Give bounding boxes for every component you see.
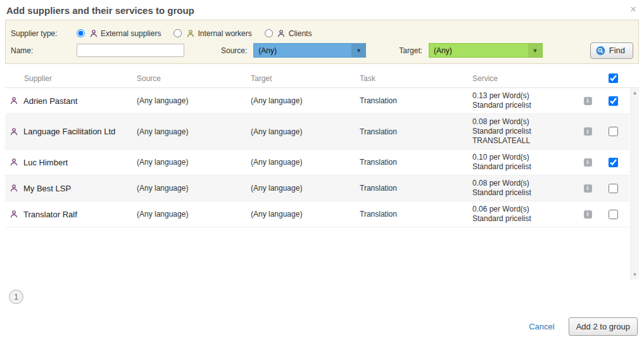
scroll-up-icon[interactable]: ▲ (633, 88, 638, 98)
supplier-type-label: Supplier type: (11, 29, 77, 38)
name-input[interactable] (77, 44, 184, 57)
select-all-checkbox[interactable] (609, 73, 618, 83)
task-cell: Translation (356, 210, 469, 219)
row-checkbox[interactable] (609, 158, 618, 167)
person-icon (9, 158, 18, 167)
dialog-header: Add suppliers and their services to grou… (0, 0, 644, 18)
radio-label: Internal workers (198, 29, 251, 38)
target-cell: (Any language) (247, 96, 356, 105)
source-cell: (Any language) (133, 158, 247, 167)
source-select[interactable]: (Any) ▼ (253, 43, 366, 58)
search-icon (596, 46, 605, 55)
person-icon (9, 184, 18, 193)
service-cell: 0.08 per Word(s) Standard pricelist (469, 175, 578, 201)
page-title: Add suppliers and their services to grou… (6, 5, 194, 16)
supplier-name: Adrien Pastant (23, 96, 77, 106)
target-cell: (Any language) (247, 127, 356, 136)
dialog-footer: Cancel Add 2 to group (529, 317, 638, 336)
supplier-name: Translator Ralf (23, 210, 77, 219)
service-cell: 0.10 per Word(s) Standard pricelist (469, 150, 578, 175)
task-cell: Translation (356, 184, 469, 193)
target-label: Target: (399, 46, 422, 55)
table-row[interactable]: My Best LSP (Any language) (Any language… (5, 175, 629, 201)
task-cell: Translation (356, 158, 469, 167)
external-suppliers-radio[interactable] (77, 29, 85, 37)
radio-internal-workers[interactable]: Internal workers (174, 29, 251, 38)
cancel-button[interactable]: Cancel (529, 322, 554, 331)
source-label: Source: (221, 46, 247, 55)
page-button-1[interactable]: 1 (9, 290, 23, 304)
info-icon[interactable]: i (584, 158, 592, 167)
target-cell: (Any language) (247, 210, 356, 219)
person-icon (277, 29, 286, 38)
radio-label: Clients (289, 29, 312, 38)
scrollbar[interactable]: ▲ ▼ (630, 88, 639, 279)
task-cell: Translation (356, 96, 469, 105)
radio-external-suppliers[interactable]: External suppliers (77, 29, 161, 38)
search-row: Name: Source: (Any) ▼ Target: (Any) ▼ Fi… (11, 42, 633, 59)
internal-workers-radio[interactable] (174, 29, 182, 37)
service-cell: 0.13 per Word(s) Standard pricelist (469, 88, 578, 113)
person-icon (9, 210, 18, 219)
row-checkbox[interactable] (609, 127, 618, 136)
filter-panel: Supplier type: External suppliers Intern… (5, 20, 639, 64)
info-icon[interactable]: i (584, 127, 592, 136)
header-supplier: Supplier (5, 74, 133, 83)
target-select[interactable]: (Any) ▼ (429, 43, 543, 58)
info-icon[interactable]: i (584, 184, 592, 193)
task-cell: Translation (356, 127, 469, 136)
chevron-down-icon: ▼ (528, 44, 542, 57)
person-icon (9, 96, 18, 106)
supplier-type-row: Supplier type: External suppliers Intern… (11, 25, 633, 42)
name-label: Name: (11, 46, 77, 55)
source-cell: (Any language) (133, 184, 247, 193)
service-cell: 0.06 per Word(s) Standard pricelist (469, 201, 578, 227)
supplier-name: Luc Himbert (23, 158, 68, 167)
table-header: Supplier Source Target Task Service (5, 69, 639, 88)
radio-clients[interactable]: Clients (265, 29, 312, 38)
chevron-down-icon: ▼ (351, 44, 365, 57)
header-task: Task (356, 74, 469, 83)
info-icon[interactable]: i (584, 210, 592, 219)
person-icon (9, 127, 18, 136)
target-cell: (Any language) (247, 158, 356, 167)
target-select-value: (Any) (429, 46, 528, 55)
clients-radio[interactable] (265, 29, 273, 37)
radio-label: External suppliers (101, 29, 161, 38)
header-source: Source (133, 74, 247, 83)
service-cell: 0.08 per Word(s) Standard pricelist TRAN… (469, 114, 578, 149)
add-to-group-button[interactable]: Add 2 to group (569, 317, 638, 336)
supplier-name: My Best LSP (23, 184, 71, 193)
table-row[interactable]: Language Facilitation Ltd (Any language)… (5, 114, 629, 150)
table-row[interactable]: Luc Himbert (Any language) (Any language… (5, 150, 629, 175)
find-button-label: Find (609, 46, 625, 55)
table-body: Adrien Pastant (Any language) (Any langu… (5, 88, 639, 279)
row-checkbox[interactable] (609, 184, 618, 193)
person-icon (186, 29, 195, 38)
row-checkbox[interactable] (609, 210, 618, 219)
source-cell: (Any language) (133, 210, 247, 219)
close-icon[interactable]: × (629, 5, 638, 14)
source-select-value: (Any) (254, 46, 351, 55)
source-cell: (Any language) (133, 96, 247, 105)
find-button[interactable]: Find (590, 42, 633, 59)
table-row[interactable]: Translator Ralf (Any language) (Any lang… (5, 201, 629, 227)
row-checkbox[interactable] (609, 96, 618, 106)
target-cell: (Any language) (247, 184, 356, 193)
scroll-down-icon[interactable]: ▼ (633, 270, 638, 279)
table-row[interactable]: Adrien Pastant (Any language) (Any langu… (5, 88, 629, 114)
info-icon[interactable]: i (584, 97, 592, 105)
supplier-name: Language Facilitation Ltd (23, 127, 115, 136)
pagination: 1 (9, 290, 644, 304)
table-rows: Adrien Pastant (Any language) (Any langu… (5, 88, 629, 227)
source-cell: (Any language) (133, 127, 247, 136)
header-service: Service (469, 74, 578, 83)
header-target: Target (247, 74, 356, 83)
person-icon (89, 29, 98, 38)
